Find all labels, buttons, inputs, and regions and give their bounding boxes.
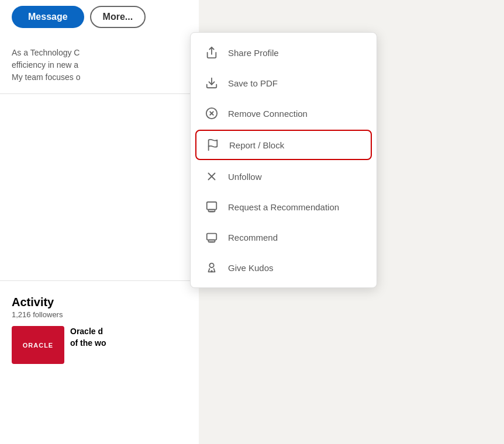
report-block-label: Report / Block: [229, 140, 284, 150]
bio-line1: As a Technology C: [12, 47, 164, 59]
divider-1: [0, 93, 199, 94]
request-recommendation-label: Request a Recommendation: [228, 202, 339, 212]
bio-line3: My team focuses o: [12, 71, 164, 84]
profile-actions: Message More...: [12, 6, 146, 28]
activity-post: ORACLE Oracle d of the wo: [12, 326, 187, 364]
give-kudos-label: Give Kudos: [228, 263, 274, 273]
oracle-thumbnail: ORACLE: [12, 326, 64, 364]
activity-title: Activity: [12, 296, 187, 309]
menu-item-save-pdf[interactable]: Save to PDF: [191, 68, 377, 98]
menu-item-request-recommendation[interactable]: Request a Recommendation: [191, 192, 377, 222]
download-icon: [205, 76, 219, 90]
bio-line2: efficiency in new a: [12, 59, 164, 71]
menu-item-remove-connection[interactable]: Remove Connection: [191, 98, 377, 129]
svg-point-14: [209, 263, 213, 268]
svg-rect-8: [207, 202, 217, 210]
recommend-label: Recommend: [228, 233, 278, 242]
more-button[interactable]: More...: [90, 6, 146, 28]
message-button[interactable]: Message: [12, 6, 84, 28]
unfollow-label: Unfollow: [228, 172, 262, 182]
share-profile-label: Share Profile: [228, 48, 279, 58]
request-recommendation-icon: [205, 200, 219, 214]
menu-item-unfollow[interactable]: Unfollow: [191, 161, 377, 192]
share-icon: [205, 46, 219, 60]
menu-item-share-profile[interactable]: Share Profile: [191, 37, 377, 68]
divider-2: [0, 280, 199, 281]
save-pdf-label: Save to PDF: [228, 78, 278, 88]
post-text-line1: Oracle d: [70, 326, 106, 338]
activity-section: Activity 1,216 followers ORACLE Oracle d…: [0, 286, 199, 373]
oracle-logo: ORACLE: [23, 342, 53, 349]
profile-bio: As a Technology C efficiency in new a My…: [12, 47, 164, 84]
menu-item-give-kudos[interactable]: Give Kudos: [191, 252, 377, 283]
unfollow-icon: [205, 169, 219, 183]
menu-item-report-block[interactable]: Report / Block: [195, 130, 372, 160]
remove-connection-icon: [205, 106, 219, 120]
post-preview: Oracle d of the wo: [70, 326, 106, 349]
remove-connection-label: Remove Connection: [228, 109, 308, 119]
recommend-icon: [205, 230, 219, 244]
svg-rect-11: [207, 234, 217, 240]
post-text-line2: of the wo: [70, 338, 106, 349]
kudos-icon: [205, 261, 219, 275]
svg-point-15: [211, 271, 212, 272]
menu-item-recommend[interactable]: Recommend: [191, 222, 377, 252]
dropdown-menu: Share Profile Save to PDF Remove Connect…: [190, 32, 377, 288]
activity-followers: 1,216 followers: [12, 310, 187, 319]
flag-icon: [206, 138, 220, 152]
